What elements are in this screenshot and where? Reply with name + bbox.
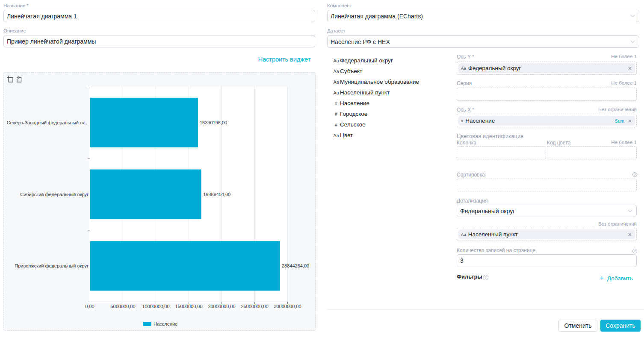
svg-text:0,00: 0,00	[85, 304, 94, 309]
svg-text:5000000,00: 5000000,00	[110, 304, 135, 309]
svg-text:20000000,00: 20000000,00	[208, 304, 235, 309]
svg-text:28844264,00: 28844264,00	[282, 263, 309, 268]
svg-text:Северо-Западный федеральный ок: Северо-Западный федеральный ок...	[7, 120, 89, 125]
svg-text:25000000,00: 25000000,00	[241, 304, 268, 309]
svg-text:15000000,00: 15000000,00	[175, 304, 202, 309]
svg-text:10000000,00: 10000000,00	[142, 304, 169, 309]
svg-text:Приволжский федеральный округ: Приволжский федеральный округ	[15, 263, 89, 268]
svg-text:Сибирский федеральный округ: Сибирский федеральный округ	[20, 192, 89, 197]
svg-text:30000000,00: 30000000,00	[274, 304, 301, 309]
svg-text:16889404,00: 16889404,00	[203, 192, 230, 197]
svg-text:16390196,00: 16390196,00	[200, 120, 227, 125]
svg-text:Население: Население	[154, 321, 177, 326]
